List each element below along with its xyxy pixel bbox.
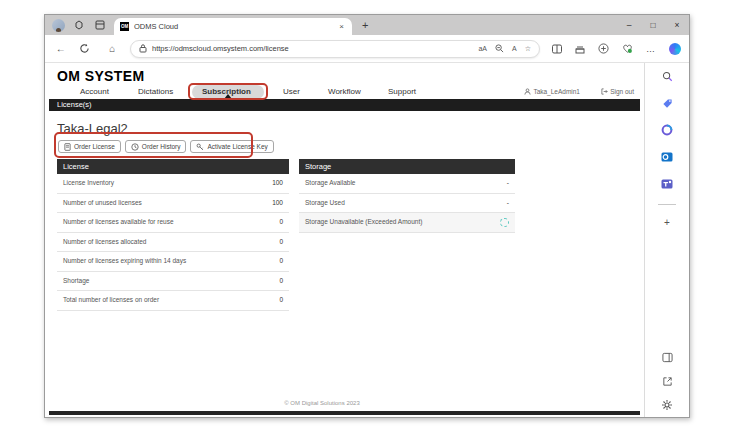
- table-row: Number of unused licenses 100: [57, 194, 289, 214]
- favorite-star-icon[interactable]: ☆: [525, 45, 531, 53]
- minimize-button[interactable]: –: [617, 15, 641, 35]
- table-row: Number of licenses allocated 0: [57, 233, 289, 253]
- sidebar-panel-icon[interactable]: [660, 350, 674, 364]
- browser-essentials-icon[interactable]: [622, 43, 633, 54]
- nav-item-user[interactable]: User: [283, 87, 300, 96]
- copilot-icon[interactable]: [669, 43, 681, 55]
- window-controls: – □ ×: [617, 15, 689, 35]
- nav-item-dictations[interactable]: Dictations: [138, 87, 173, 96]
- sidebar-search-icon[interactable]: [660, 69, 674, 83]
- table-row: Storage Available -: [299, 174, 515, 194]
- sidebar-bottom-group: [660, 350, 674, 412]
- person-icon: [524, 88, 531, 95]
- key-icon: [196, 143, 204, 151]
- odms-page: OM SYSTEM Account Dictations Subscriptio…: [45, 63, 644, 417]
- page-footer-bar: [49, 411, 640, 415]
- odms-favicon: OM: [120, 22, 129, 31]
- split-screen-icon[interactable]: [552, 44, 562, 54]
- lock-icon: [139, 44, 147, 53]
- settings-more-icon[interactable]: …: [646, 44, 656, 54]
- om-system-logo: OM SYSTEM: [57, 68, 145, 84]
- browser-tab[interactable]: OM ODMS Cloud ×: [114, 18, 352, 35]
- read-aloud-icon[interactable]: A: [512, 45, 517, 52]
- storage-table-header: Storage: [299, 159, 515, 174]
- summary-tables: License License Inventory 100 Number of …: [57, 159, 515, 311]
- nav-item-workflow[interactable]: Workflow: [328, 87, 361, 96]
- tab-title: ODMS Cloud: [134, 22, 337, 31]
- sidebar-divider: [658, 204, 676, 205]
- sign-out-button[interactable]: Sign out: [601, 88, 634, 95]
- nav-item-support[interactable]: Support: [388, 87, 416, 96]
- browser-titlebar: OM ODMS Cloud × + – □ ×: [45, 15, 689, 35]
- loading-spinner-icon: [500, 218, 509, 227]
- table-row: Storage Used -: [299, 194, 515, 214]
- avatar: [52, 19, 65, 32]
- tenant-name: Taka-Legal2: [57, 121, 128, 136]
- table-row: Number of licenses available for reuse 0: [57, 213, 289, 233]
- maximize-button[interactable]: □: [641, 15, 665, 35]
- table-row: Number of licenses expiring within 14 da…: [57, 252, 289, 272]
- open-external-icon[interactable]: [660, 374, 674, 388]
- edge-sidebar: +: [644, 63, 689, 417]
- table-row: Storage Unavailable (Exceeded Amount): [299, 213, 515, 233]
- zoom-out-icon[interactable]: [495, 44, 504, 53]
- order-license-button[interactable]: Order License: [58, 140, 121, 153]
- order-history-icon: [131, 143, 139, 151]
- refresh-button[interactable]: [79, 43, 95, 54]
- license-actions: Order License Order History Activate Lic…: [58, 140, 274, 153]
- tab-close-icon[interactable]: ×: [337, 22, 346, 31]
- toolbar-right-icons: …: [552, 43, 681, 55]
- table-row: License Inventory 100: [57, 174, 289, 194]
- add-favorite-icon[interactable]: [598, 43, 609, 54]
- profile-avatar[interactable]: [51, 18, 65, 32]
- logged-in-user[interactable]: Taka_LeAdmin1: [524, 88, 580, 95]
- back-button[interactable]: ←: [53, 43, 69, 54]
- translate-icon[interactable]: aA: [478, 45, 487, 52]
- sidebar-outlook-icon[interactable]: [660, 150, 674, 164]
- table-row: Total number of licenses on order 0: [57, 291, 289, 311]
- nav-item-account[interactable]: Account: [80, 87, 109, 96]
- sign-out-icon: [601, 88, 608, 95]
- license-table-header: License: [57, 159, 289, 174]
- sidebar-shopping-icon[interactable]: [660, 96, 674, 110]
- browser-toolbar: ← ⌂ https://odmscloud.omsystem.com/licen…: [45, 35, 689, 63]
- storage-table: Storage Storage Available - Storage Used…: [299, 159, 515, 233]
- browser-window: OM ODMS Cloud × + – □ × ← ⌂ https://odms…: [44, 14, 690, 418]
- license-table: License License Inventory 100 Number of …: [57, 159, 289, 311]
- sidebar-discover-icon[interactable]: [660, 123, 674, 137]
- close-button[interactable]: ×: [665, 15, 689, 35]
- url-text[interactable]: https://odmscloud.omsystem.com/license: [152, 44, 470, 53]
- workspaces-icon[interactable]: [72, 18, 86, 32]
- address-bar[interactable]: https://odmscloud.omsystem.com/license a…: [130, 40, 540, 58]
- sidebar-teams-icon[interactable]: [660, 177, 674, 191]
- home-button[interactable]: ⌂: [104, 43, 120, 54]
- copyright-text: © OM Digital Solutions 2023: [45, 400, 599, 406]
- order-license-icon: [64, 143, 71, 151]
- new-tab-button[interactable]: +: [362, 19, 368, 31]
- page-title-bar: License(s): [49, 99, 640, 111]
- collections-icon[interactable]: [575, 44, 585, 54]
- order-history-button[interactable]: Order History: [125, 140, 187, 153]
- activate-license-key-button[interactable]: Activate License Key: [190, 140, 273, 153]
- app-navigation: Account Dictations Subscription User Wor…: [45, 86, 644, 100]
- tab-actions-icon[interactable]: [93, 18, 107, 32]
- sidebar-add-icon[interactable]: +: [660, 215, 674, 229]
- sidebar-settings-gear-icon[interactable]: [660, 398, 674, 412]
- table-row: Shortage 0: [57, 272, 289, 292]
